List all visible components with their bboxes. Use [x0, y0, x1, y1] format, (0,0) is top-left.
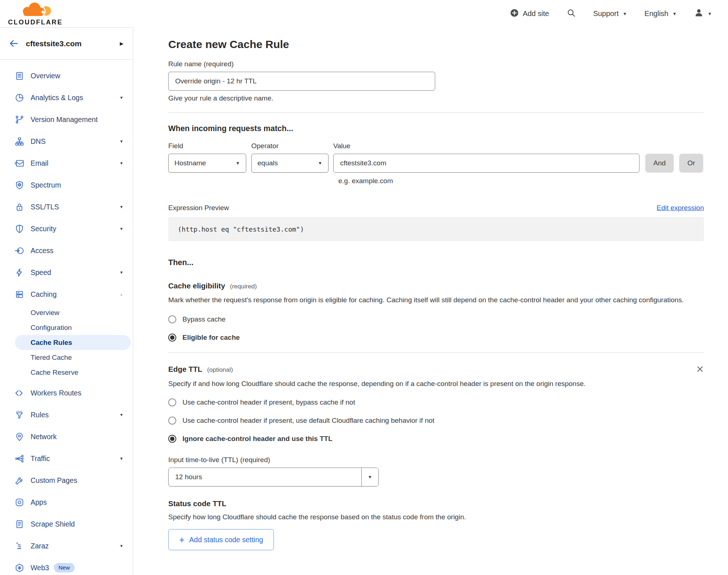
chevron-down-icon: ▼	[119, 456, 123, 461]
support-menu[interactable]: Support ▼	[593, 9, 627, 18]
sidebar-item-access[interactable]: Access	[0, 240, 133, 261]
chevron-down-icon[interactable]: ▼	[361, 468, 378, 486]
lightning-icon	[15, 268, 24, 277]
top-navigation: Add site Support ▼ English ▼ ▼	[510, 8, 712, 19]
envelope-icon	[15, 158, 24, 168]
chevron-down-icon: ▼	[119, 227, 123, 231]
location-pin-icon	[15, 432, 24, 442]
site-switcher-row: cftestsite3.com ▶	[0, 28, 133, 60]
expression-code: (http.host eq "cftestsite3.com")	[178, 225, 304, 233]
ttl-input-label: Input time-to-live (TTL) (required)	[168, 456, 704, 464]
field-select[interactable]: Hostname ▼	[168, 154, 246, 173]
funnel-icon	[15, 410, 24, 420]
close-icon[interactable]: ✕	[696, 365, 704, 374]
server-stack-icon	[15, 290, 24, 299]
sidebar-item-version-management[interactable]: Version Management	[0, 109, 133, 130]
chevron-down-icon: ▼	[672, 11, 677, 16]
divider	[168, 353, 704, 353]
search-button[interactable]	[567, 8, 576, 19]
sidebar-subitem-cache-reserve[interactable]: Cache Reserve	[0, 365, 133, 380]
cache-eligibility-options: Bypass cache Eligible for cache	[168, 315, 704, 342]
and-button[interactable]: And	[645, 154, 674, 173]
sidebar-nav: Overview Analytics & Logs ▼ Version Mana…	[0, 60, 133, 575]
sidebar-item-custom-pages[interactable]: Custom Pages	[0, 469, 133, 491]
value-label: Value	[333, 142, 640, 150]
radio-use-cache-control-default[interactable]: Use cache-control header if present, use…	[168, 417, 704, 425]
sidebar-item-analytics-logs[interactable]: Analytics & Logs ▼	[0, 87, 133, 109]
sidebar-item-workers-routes[interactable]: Workers Routes	[0, 382, 133, 404]
ttl-select[interactable]: 12 hours ▼	[168, 468, 379, 487]
expression-code-block: (http.host eq "cftestsite3.com")	[168, 217, 704, 241]
status-code-ttl-description: Specify how long Cloudflare should cache…	[168, 513, 704, 521]
add-site-button[interactable]: Add site	[510, 9, 549, 19]
git-branch-icon	[15, 115, 24, 125]
radio-eligible-for-cache[interactable]: Eligible for cache	[168, 334, 704, 342]
edge-ttl-optional: (optional)	[207, 366, 233, 373]
status-code-ttl-title: Status code TTL	[168, 499, 704, 508]
then-heading: Then...	[168, 258, 704, 267]
app-square-icon	[15, 497, 24, 507]
sidebar-item-zaraz[interactable]: Zaraz ▼	[0, 535, 133, 557]
add-status-code-button[interactable]: + Add status code setting	[168, 529, 274, 550]
edit-expression-link[interactable]: Edit expression	[657, 204, 704, 212]
value-help: e.g. example.com	[338, 177, 640, 185]
site-name: cftestsite3.com	[26, 39, 113, 48]
document-icon	[15, 519, 24, 529]
match-row: Field Hostname ▼ Operator equals ▼ Value…	[168, 142, 704, 185]
hexagon-node-icon	[15, 563, 24, 573]
divider	[168, 113, 704, 113]
sidebar-item-web3[interactable]: Web3 New	[0, 557, 133, 575]
radio-ignore-cache-control[interactable]: Ignore cache-control header and use this…	[168, 435, 704, 443]
chevron-down-icon: ▼	[119, 95, 123, 100]
clipboard-icon	[15, 71, 24, 81]
sidebar-item-traffic[interactable]: Traffic ▼	[0, 448, 133, 469]
shield-icon	[15, 224, 24, 234]
sidebar-item-dns[interactable]: DNS ▼	[0, 130, 133, 152]
sidebar-item-spectrum[interactable]: Spectrum	[0, 174, 133, 196]
back-arrow-icon[interactable]	[9, 39, 19, 48]
rule-name-input[interactable]	[168, 72, 435, 91]
cache-eligibility-header: Cache eligibility (required)	[168, 281, 704, 290]
sidebar-subitem-tiered-cache[interactable]: Tiered Cache	[0, 350, 133, 365]
chevron-right-icon[interactable]: ▶	[120, 41, 123, 46]
sidebar-item-caching[interactable]: Caching ▲	[0, 283, 133, 305]
sidebar: cftestsite3.com ▶ Overview Analytics & L…	[0, 27, 133, 575]
operator-select[interactable]: equals ▼	[251, 154, 328, 173]
sidebar-subitem-overview[interactable]: Overview	[0, 305, 133, 320]
sidebar-item-speed[interactable]: Speed ▼	[0, 261, 133, 283]
cloudflare-logo[interactable]: CLOUDFLARE	[7, 1, 64, 26]
cache-eligibility-description: Mark whether the request's response from…	[168, 295, 702, 305]
account-menu[interactable]: ▼	[694, 8, 712, 19]
sidebar-item-email[interactable]: Email ▼	[0, 152, 133, 174]
cloudflare-wordmark: CLOUDFLARE	[8, 19, 63, 26]
sidebar-item-rules[interactable]: Rules ▼	[0, 404, 133, 426]
field-select-value: Hostname	[174, 159, 206, 167]
chevron-down-icon: ▼	[119, 270, 123, 275]
expression-preview-row: Expression Preview Edit expression	[168, 204, 704, 212]
chevron-down-icon: ▼	[119, 139, 123, 143]
share-nodes-icon	[15, 454, 24, 464]
sidebar-item-network[interactable]: Network	[0, 426, 133, 448]
sidebar-item-ssl-tls[interactable]: SSL/TLS ▼	[0, 196, 133, 218]
value-input[interactable]	[333, 154, 640, 173]
sidebar-subitem-configuration[interactable]: Configuration	[0, 320, 133, 335]
sidebar-item-security[interactable]: Security ▼	[0, 218, 133, 240]
radio-bypass-cache[interactable]: Bypass cache	[168, 315, 704, 323]
sidebar-item-scrape-shield[interactable]: Scrape Shield	[0, 513, 133, 535]
chevron-down-icon: ▼	[318, 161, 322, 166]
sidebar-item-overview[interactable]: Overview	[0, 65, 133, 87]
cache-eligibility-title: Cache eligibility	[168, 281, 225, 290]
shield-gear-icon	[15, 180, 24, 190]
code-brackets-icon	[15, 388, 24, 398]
language-menu[interactable]: English ▼	[645, 9, 677, 18]
caching-subnav: Overview Configuration Cache Rules Tiere…	[0, 305, 133, 380]
plus-icon: +	[179, 535, 185, 544]
sidebar-item-apps[interactable]: Apps	[0, 491, 133, 513]
chevron-down-icon: ▼	[236, 161, 240, 166]
radio-circle-checked-icon	[168, 435, 176, 443]
sidebar-subitem-cache-rules[interactable]: Cache Rules	[0, 335, 133, 350]
radio-circle-icon	[168, 417, 176, 425]
or-button[interactable]: Or	[679, 154, 703, 173]
radio-use-cache-control-bypass[interactable]: Use cache-control header if present, byp…	[168, 398, 704, 406]
user-icon	[694, 8, 704, 19]
